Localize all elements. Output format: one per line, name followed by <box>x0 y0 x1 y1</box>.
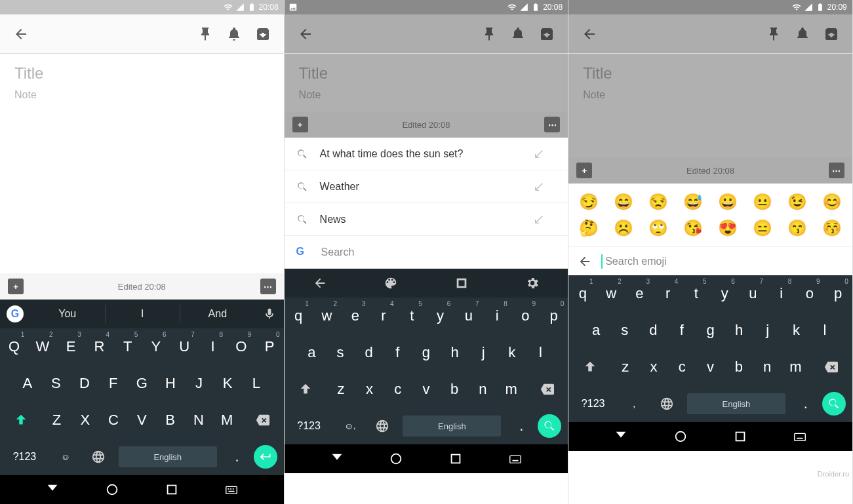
search-suggestion-item[interactable]: Weather <box>285 170 568 203</box>
key-u[interactable]: u7 <box>739 275 767 312</box>
backspace-key[interactable] <box>241 402 284 438</box>
key-h[interactable]: h <box>724 312 753 349</box>
period-key[interactable]: . <box>789 385 822 422</box>
onehanded-icon[interactable] <box>454 276 469 290</box>
key-c[interactable]: c <box>384 371 412 408</box>
emoji[interactable]: 😒 <box>648 193 668 211</box>
back-icon[interactable] <box>13 26 29 42</box>
emoji[interactable]: 😄 <box>614 193 633 211</box>
nav-back-icon[interactable] <box>330 452 344 466</box>
note-editor[interactable]: Title Note <box>0 54 284 111</box>
key-k[interactable]: K <box>213 365 242 402</box>
nav-keyboard-icon[interactable] <box>508 452 523 466</box>
emoji-search-bar[interactable]: Search emoji <box>568 246 852 275</box>
key-z[interactable]: z <box>327 371 355 408</box>
key-m[interactable]: M <box>212 402 241 438</box>
key-z[interactable]: z <box>611 349 639 385</box>
key-j[interactable]: j <box>469 334 498 371</box>
archive-icon[interactable] <box>823 26 839 42</box>
emoji-key[interactable]: ☺, <box>334 408 367 444</box>
key-o[interactable]: o9 <box>795 275 823 312</box>
add-icon[interactable]: + <box>8 279 24 294</box>
key-c[interactable]: c <box>668 349 696 385</box>
emoji[interactable]: 😍 <box>718 219 738 237</box>
pin-icon[interactable] <box>481 26 497 42</box>
reminder-icon[interactable] <box>226 26 242 42</box>
key-n[interactable]: n <box>753 349 781 385</box>
key-d[interactable]: D <box>70 365 99 402</box>
key-o[interactable]: O9 <box>227 328 255 365</box>
pin-icon[interactable] <box>766 26 782 42</box>
emoji[interactable]: 😅 <box>683 193 703 211</box>
back-icon[interactable] <box>582 26 597 42</box>
shift-key[interactable] <box>285 371 327 408</box>
nav-recent-icon[interactable] <box>448 452 463 466</box>
key-u[interactable]: u7 <box>454 298 483 334</box>
nav-recent-icon[interactable] <box>733 429 747 444</box>
key-w[interactable]: W2 <box>28 328 56 365</box>
nav-keyboard-icon[interactable] <box>793 429 807 444</box>
key-d[interactable]: d <box>355 334 384 371</box>
emoji[interactable]: 😚 <box>822 219 842 237</box>
key-n[interactable]: N <box>184 402 212 438</box>
key-t[interactable]: t5 <box>398 298 426 334</box>
key-o[interactable]: o9 <box>511 298 540 334</box>
settings-icon[interactable] <box>525 276 540 290</box>
key-w[interactable]: w2 <box>313 298 341 334</box>
key-a[interactable]: a <box>298 334 327 371</box>
emoji[interactable]: 🤔 <box>579 219 599 237</box>
theme-icon[interactable] <box>384 276 398 290</box>
key-g[interactable]: G <box>128 365 157 402</box>
key-x[interactable]: x <box>639 349 667 385</box>
period-key[interactable]: . <box>505 408 538 444</box>
key-y[interactable]: y6 <box>426 298 454 334</box>
key-v[interactable]: v <box>696 349 724 385</box>
key-p[interactable]: p0 <box>824 275 852 312</box>
nav-back-icon[interactable] <box>614 429 628 444</box>
symbols-key[interactable]: ?123 <box>568 385 618 422</box>
emoji[interactable]: 😑 <box>753 219 772 237</box>
emoji[interactable]: 😙 <box>787 219 807 237</box>
key-y[interactable]: Y6 <box>142 328 170 365</box>
key-h[interactable]: h <box>441 334 469 371</box>
emoji-key[interactable]: ☺ <box>49 438 82 475</box>
comma-key[interactable]: , <box>618 385 650 422</box>
symbols-key[interactable]: ?123 <box>0 438 49 475</box>
emoji[interactable]: 😉 <box>787 193 807 211</box>
key-r[interactable]: r4 <box>654 275 682 312</box>
key-q[interactable]: q1 <box>568 275 597 312</box>
archive-icon[interactable] <box>255 26 271 42</box>
key-l[interactable]: l <box>526 334 555 371</box>
key-i[interactable]: i8 <box>767 275 795 312</box>
mic-icon[interactable] <box>263 307 276 320</box>
key-g[interactable]: g <box>696 312 725 349</box>
backspace-key[interactable] <box>525 371 568 408</box>
emoji[interactable]: ☹️ <box>614 219 633 237</box>
emoji[interactable]: 😀 <box>718 193 738 211</box>
key-s[interactable]: s <box>610 312 639 349</box>
key-f[interactable]: F <box>99 365 128 402</box>
key-r[interactable]: R4 <box>85 328 113 365</box>
spacebar[interactable]: English <box>687 393 785 414</box>
note-field[interactable]: Note <box>14 89 269 101</box>
key-q[interactable]: q1 <box>285 298 313 334</box>
key-x[interactable]: x <box>355 371 384 408</box>
insert-arrow-icon[interactable] <box>534 149 544 159</box>
search-key[interactable] <box>538 414 561 438</box>
nav-keyboard-icon[interactable] <box>224 482 239 497</box>
shift-key[interactable] <box>0 402 43 438</box>
key-p[interactable]: P0 <box>255 328 283 365</box>
insert-arrow-icon[interactable] <box>534 182 544 192</box>
emoji-back-icon[interactable] <box>578 254 592 269</box>
key-v[interactable]: V <box>128 402 156 438</box>
key-w[interactable]: w2 <box>597 275 625 312</box>
suggestion-3[interactable]: And <box>180 305 255 323</box>
key-k[interactable]: k <box>782 312 811 349</box>
key-y[interactable]: y6 <box>711 275 739 312</box>
key-g[interactable]: g <box>412 334 441 371</box>
key-n[interactable]: n <box>469 371 497 408</box>
key-f[interactable]: f <box>383 334 412 371</box>
key-c[interactable]: C <box>99 402 127 438</box>
search-input-row[interactable]: G Search <box>285 236 568 269</box>
reminder-icon[interactable] <box>795 26 810 42</box>
